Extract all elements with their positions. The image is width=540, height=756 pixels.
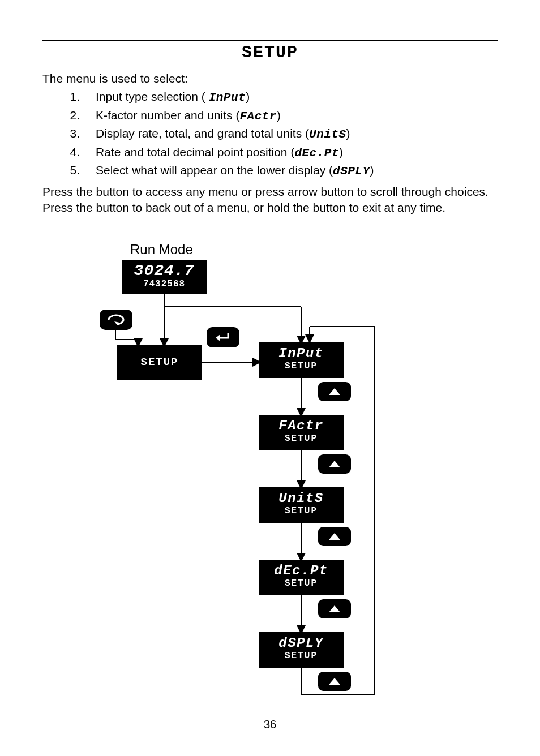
numbered-list: 1. Input type selection ( InPut) 2. K-fa…: [68, 88, 498, 180]
list-text: K-factor number and units (FActr): [96, 107, 281, 125]
header-rule: [42, 40, 498, 41]
list-number: 2.: [68, 107, 80, 125]
diagram-connectors: [92, 242, 448, 723]
page-title: SETUP: [42, 43, 498, 62]
list-number: 1.: [68, 88, 80, 106]
list-text: Select what will appear on the lower dis…: [96, 162, 374, 180]
intro-text: The menu is used to select:: [42, 70, 498, 87]
list-number: 4.: [68, 144, 80, 162]
list-text: Rate and total decimal point position (d…: [96, 144, 343, 162]
list-item: 4. Rate and total decimal point position…: [68, 144, 498, 162]
list-number: 5.: [68, 162, 80, 180]
list-item: 2. K-factor number and units (FActr): [68, 107, 498, 125]
list-item: 1. Input type selection ( InPut): [68, 88, 498, 106]
flow-diagram: Run Mode 3024.7 7432568 SETUP InPutSETUP…: [92, 242, 448, 723]
page-number: 36: [0, 718, 540, 731]
list-item: 3. Display rate, total, and grand total …: [68, 125, 498, 143]
list-text: Input type selection ( InPut): [96, 88, 250, 106]
list-item: 5. Select what will appear on the lower …: [68, 162, 498, 180]
list-text: Display rate, total, and grand total uni…: [96, 125, 350, 143]
instruction-paragraph: Press the button to access any menu or p…: [42, 184, 498, 216]
list-number: 3.: [68, 125, 80, 143]
